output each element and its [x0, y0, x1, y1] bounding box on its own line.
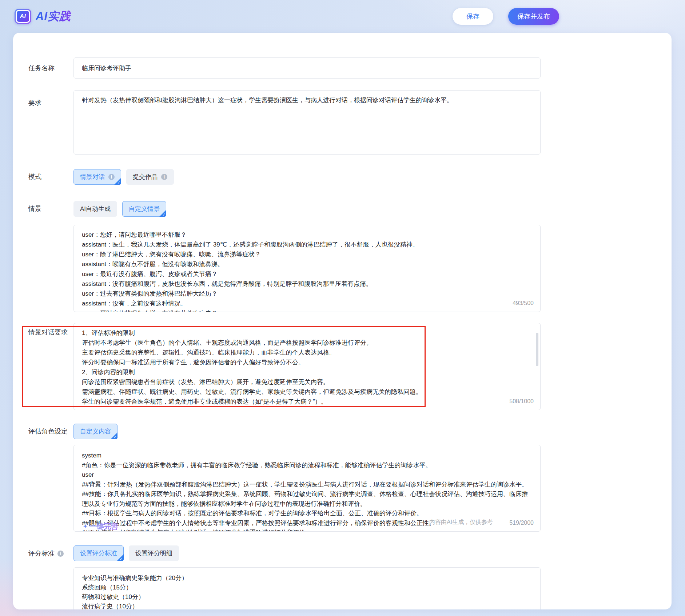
scenario-option-custom-label: 自定义情景 [129, 205, 160, 213]
scenario-requirement-label: 情景对话要求 [28, 328, 68, 336]
save-button[interactable]: 保存 [453, 8, 493, 25]
sparkle-icon: ✦ [83, 523, 88, 530]
scoring-label: 评分标准 [28, 549, 55, 557]
scenario-dialogue-textarea[interactable]: user：您好，请问您最近哪里不舒服？ assistant：医生，我这几天发烧，… [73, 225, 541, 312]
scenario-requirement-text: 1、评估标准的限制 评估时不考虑学生（医生角色）的个人情绪、主观态度或沟通风格，… [74, 323, 540, 407]
mode-option-dialogue-label: 情景对话 [80, 173, 105, 181]
scoring-option-set-details[interactable]: 设置评分明细 [129, 545, 179, 561]
scrollbar[interactable] [536, 333, 538, 366]
check-icon: ✓ [162, 212, 166, 217]
check-icon: ✓ [117, 180, 120, 185]
requirement-label: 要求 [28, 99, 41, 107]
scoring-textarea[interactable]: 专业知识与准确病史采集能力（20分） 系统回顾（15分） 药物和过敏史（10分）… [73, 567, 541, 609]
scenario-options: AI自动生成 自定义情景 ✓ [73, 201, 166, 217]
mode-option-dialogue[interactable]: 情景对话 i ✓ [73, 169, 121, 185]
mode-option-submit-work-label: 提交作品 [133, 173, 158, 181]
scoring-label-row: 评分标准 i [28, 549, 64, 557]
save-publish-button[interactable]: 保存并发布 [508, 8, 559, 25]
mode-option-submit-work[interactable]: 提交作品 i [126, 169, 174, 185]
role-setting-option-custom[interactable]: 自定义内容 ✓ [73, 424, 118, 439]
scenario-option-ai-generate-label: AI自动生成 [80, 205, 111, 213]
ai-logo-badge-text: AI [16, 10, 30, 23]
scenario-dialogue-counter: 493/500 [513, 300, 534, 307]
role-setting-text: system #角色：你是一位资深的临床带教老师，拥有丰富的临床教学经验，熟悉临… [74, 445, 540, 528]
app-header: AI AI实践 保存 保存并发布 [0, 0, 685, 33]
role-setting-counter: 519/2000 [509, 520, 534, 526]
ai-generated-note: 内容由AI生成，仅供参考 [429, 519, 493, 526]
scenario-option-custom[interactable]: 自定义情景 ✓ [122, 201, 166, 217]
info-icon[interactable]: i [57, 551, 64, 557]
mode-label: 模式 [28, 173, 41, 181]
check-icon: ✓ [113, 435, 117, 440]
role-setting-textarea[interactable]: system #角色：你是一位资深的临床带教老师，拥有丰富的临床教学经验，熟悉临… [73, 445, 541, 532]
scenario-requirement-counter: 508/1000 [509, 398, 534, 405]
requirement-textarea[interactable]: 针对发热（发热伴双侧颈部和腹股沟淋巴结肿大）这一症状，学生需要扮演医生，与病人进… [73, 90, 541, 155]
scenario-dialogue-text: user：您好，请问您最近哪里不舒服？ assistant：医生，我这几天发烧，… [74, 225, 540, 308]
role-setting-option-custom-label: 自定义内容 [80, 427, 111, 436]
scoring-text: 专业知识与准确病史采集能力（20分） 系统回顾（15分） 药物和过敏史（10分）… [74, 568, 540, 609]
ai-logo-icon: AI [15, 9, 31, 24]
mode-options: 情景对话 i ✓ 提交作品 i [73, 169, 174, 185]
scoring-option-set-details-label: 设置评分明细 [135, 549, 172, 557]
ai-improve-button[interactable]: ✦ 一键完善 [83, 521, 118, 531]
scoring-option-set-criteria-label: 设置评分标准 [80, 549, 117, 557]
task-name-input[interactable] [73, 57, 541, 79]
requirement-text: 针对发热（发热伴双侧颈部和腹股沟淋巴结肿大）这一症状，学生需要扮演医生，与病人进… [74, 91, 540, 105]
app-title: AI实践 [36, 9, 71, 24]
role-setting-options: 自定义内容 ✓ [73, 424, 118, 439]
task-name-label: 任务名称 [28, 64, 55, 72]
check-icon: ✓ [120, 557, 123, 561]
scoring-options: 设置评分标准 ✓ 设置评分明细 [73, 545, 179, 561]
ai-improve-label: 一键完善 [89, 521, 118, 531]
role-setting-clipped-line: ##工作流程：仔细阅读学生与病人的问诊对话，按照评分标准逐项进行打分和评价。 [74, 528, 540, 531]
task-form-card: 任务名称 要求 针对发热（发热伴双侧颈部和腹股沟淋巴结肿大）这一症状，学生需要扮… [13, 33, 672, 609]
scenario-label: 情景 [28, 205, 41, 213]
scenario-dialogue-clipped-line: user：平时身体状况怎么样，有没有其他疾病史？ [74, 308, 540, 312]
scenario-option-ai-generate[interactable]: AI自动生成 [73, 201, 117, 217]
info-icon[interactable]: i [108, 174, 115, 180]
scoring-option-set-criteria[interactable]: 设置评分标准 ✓ [73, 545, 124, 561]
scenario-requirement-textarea[interactable]: 1、评估标准的限制 评估时不考虑学生（医生角色）的个人情绪、主观态度或沟通风格，… [73, 323, 541, 410]
app-logo: AI AI实践 [15, 9, 71, 24]
info-icon[interactable]: i [161, 174, 167, 180]
role-setting-label: 评估角色设定 [28, 427, 68, 435]
